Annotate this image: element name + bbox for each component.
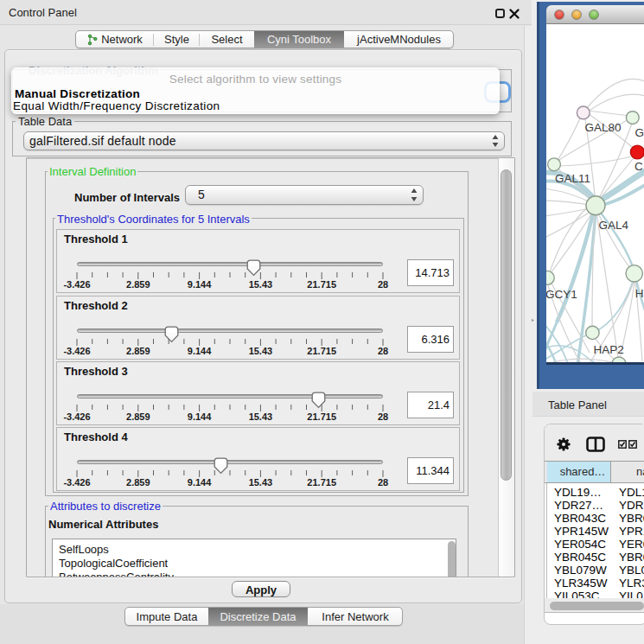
svg-text:GCY1: GCY1 [546, 288, 577, 301]
svg-text:GAL4: GAL4 [599, 219, 629, 232]
svg-text:GAL80: GAL80 [585, 121, 622, 134]
svg-text:GAL11: GAL11 [555, 172, 590, 185]
svg-text:HAP2: HAP2 [593, 343, 623, 356]
svg-text:H: H [635, 287, 644, 300]
svg-text:GA: GA [635, 126, 644, 139]
svg-text:C: C [634, 160, 643, 173]
